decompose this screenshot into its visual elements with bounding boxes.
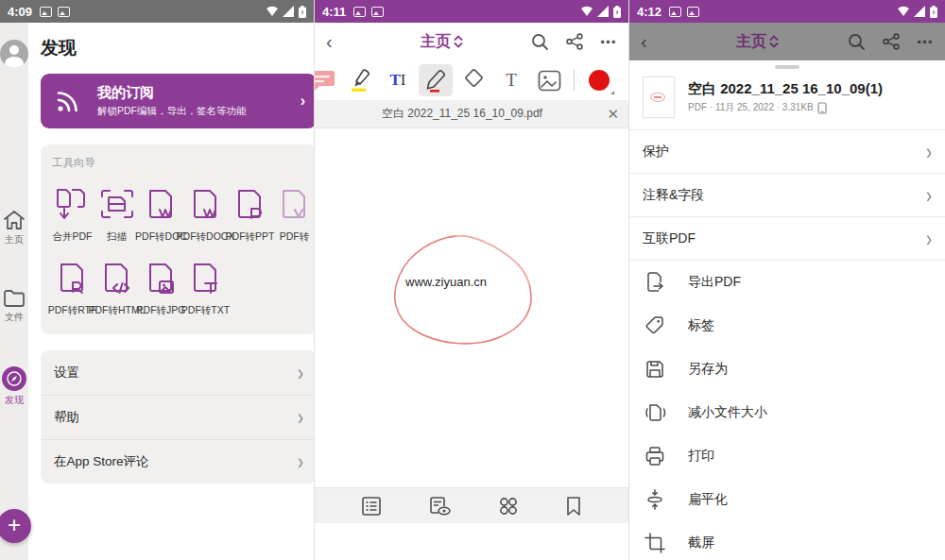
flatten-icon bbox=[644, 489, 665, 510]
menu-item-reduce-file-size[interactable]: 减小文件大小 bbox=[629, 391, 945, 434]
dropdown-corner-icon bbox=[610, 91, 614, 94]
pdf-to-rtf-icon bbox=[54, 261, 92, 297]
tool-pdf-to-docx[interactable]: PDF转DOCX bbox=[183, 187, 228, 244]
menu-item-screenshot[interactable]: 截屏 bbox=[629, 521, 945, 560]
menu-item-print[interactable]: 打印 bbox=[629, 434, 945, 478]
bookmark-icon[interactable] bbox=[565, 496, 582, 517]
pdf-to-jpg-icon bbox=[143, 261, 180, 297]
chevron-right-icon: › bbox=[298, 362, 303, 383]
wifi-icon bbox=[897, 6, 910, 17]
export-pdf-icon bbox=[644, 272, 665, 293]
compass-icon bbox=[7, 371, 22, 386]
image-icon bbox=[538, 70, 561, 92]
signal-icon bbox=[597, 6, 610, 17]
more-options-button[interactable]: ⋯ bbox=[917, 32, 934, 52]
menu-item-connected-pdf[interactable]: 互联PDF › bbox=[629, 217, 945, 261]
document-tab-title[interactable]: 空白 2022_11_25 16_10_09.pdf bbox=[324, 106, 600, 122]
subscription-title: 我的订阅 bbox=[97, 84, 295, 102]
document-thumbnail bbox=[643, 76, 675, 118]
highlighter-icon bbox=[348, 67, 372, 93]
subscription-signal-icon bbox=[52, 85, 84, 117]
eraser-tool[interactable] bbox=[456, 64, 490, 96]
search-icon[interactable] bbox=[531, 33, 549, 51]
add-button[interactable]: + bbox=[0, 509, 31, 543]
battery-icon bbox=[613, 6, 621, 18]
tool-pdf-to-ppt[interactable]: PDF转PPT bbox=[228, 187, 272, 244]
notification-app-icon bbox=[58, 7, 70, 17]
outline-list-icon[interactable] bbox=[361, 496, 382, 517]
home-dropdown[interactable]: 主页 bbox=[352, 32, 531, 52]
chevron-right-icon: › bbox=[298, 450, 303, 472]
text-tool[interactable]: T bbox=[494, 64, 528, 96]
tools-row-1: 合并PDF 扫描 PDF转DOC bbox=[50, 187, 315, 244]
battery-icon bbox=[930, 6, 937, 18]
scan-icon bbox=[98, 187, 136, 223]
back-button[interactable]: ‹ bbox=[326, 31, 352, 53]
pdf-editor-screen: 4:11 ‹ 主页 ⋯ TI bbox=[315, 0, 629, 560]
device-icon bbox=[817, 102, 827, 114]
menu-item-tags[interactable]: 标签 bbox=[629, 304, 945, 348]
status-time: 4:09 bbox=[8, 5, 32, 19]
document-options-sheet: 空白 2022_11_25 16_10_09(1) PDF · 11月 25, … bbox=[629, 65, 945, 560]
document-tab-bar: 空白 2022_11_25 16_10_09.pdf ✕ bbox=[315, 100, 628, 128]
share-icon[interactable] bbox=[883, 33, 900, 50]
toolbar-divider bbox=[574, 70, 575, 91]
menu-item-protect[interactable]: 保护 › bbox=[629, 130, 945, 174]
status-bar: 4:11 bbox=[315, 0, 628, 23]
status-time: 4:12 bbox=[637, 5, 662, 19]
tool-pdf-to-more[interactable]: PDF转 bbox=[272, 187, 315, 244]
sidebar-item-discover[interactable]: 发现 bbox=[2, 366, 26, 407]
chevron-right-icon: › bbox=[926, 141, 932, 162]
pdf-canvas[interactable]: www.ziyuan.cn bbox=[315, 128, 628, 523]
settings-item[interactable]: 设置 › bbox=[41, 350, 315, 395]
notification-image-icon bbox=[40, 7, 52, 17]
tool-pdf-to-jpg[interactable]: PDF转JPG bbox=[139, 261, 183, 317]
home-icon bbox=[3, 210, 26, 230]
comment-bubble-icon bbox=[315, 68, 336, 93]
menu-item-flatten[interactable]: 扁平化 bbox=[629, 478, 945, 521]
tool-pdf-to-html[interactable]: PDF转HTML bbox=[94, 261, 139, 317]
chevron-right-icon: › bbox=[926, 228, 932, 249]
text-insert-tool[interactable]: TI bbox=[381, 64, 415, 96]
document-options-screen: 4:12 ‹ 主页 ⋯ 空白 2022_ bbox=[629, 0, 945, 560]
discover-screen: 4:09 主页 文件 发 bbox=[0, 0, 315, 560]
sidebar-item-files[interactable]: 文件 bbox=[3, 289, 26, 324]
more-options-button[interactable]: ⋯ bbox=[600, 32, 617, 52]
document-title: 空白 2022_11_25 16_10_09(1) bbox=[688, 80, 883, 98]
tools-row-2: PDF转RTF PDF转HTML bbox=[50, 261, 315, 317]
image-tool[interactable] bbox=[532, 64, 566, 96]
search-icon[interactable] bbox=[848, 33, 866, 51]
undo-button[interactable] bbox=[620, 64, 629, 96]
color-swatch-red[interactable] bbox=[582, 64, 616, 96]
comment-tool[interactable] bbox=[315, 64, 339, 96]
tool-scan[interactable]: 扫描 bbox=[94, 187, 139, 244]
chevron-right-icon: › bbox=[926, 184, 932, 206]
home-dropdown[interactable]: 主页 bbox=[667, 32, 848, 52]
status-bar: 4:12 bbox=[629, 0, 945, 23]
chevron-right-icon: › bbox=[301, 93, 307, 110]
avatar[interactable] bbox=[0, 40, 28, 68]
tag-icon bbox=[644, 315, 665, 336]
tools-wizard-card: 工具向导 合并PDF bbox=[41, 144, 315, 334]
close-tab-icon[interactable]: ✕ bbox=[600, 106, 619, 123]
subscription-banner[interactable]: 我的订阅 解锁PDF编辑，导出，签名等功能 › bbox=[41, 74, 315, 128]
save-as-icon bbox=[644, 359, 665, 380]
back-button[interactable]: ‹ bbox=[641, 31, 667, 53]
sidebar-item-home[interactable]: 主页 bbox=[3, 210, 26, 246]
tool-pdf-to-txt[interactable]: PDF转TXT bbox=[183, 261, 228, 317]
review-appstore-item[interactable]: 在App Store评论 › bbox=[41, 439, 315, 484]
share-icon[interactable] bbox=[566, 33, 583, 50]
highlighter-tool[interactable] bbox=[343, 64, 377, 96]
pdf-to-html-icon bbox=[98, 261, 136, 297]
menu-item-save-as[interactable]: 另存为 bbox=[629, 348, 945, 391]
pdf-to-doc-icon bbox=[143, 187, 180, 223]
tool-merge-pdf[interactable]: 合并PDF bbox=[50, 187, 94, 244]
menu-item-annotations-fields[interactable]: 注释&字段 › bbox=[629, 174, 945, 217]
menu-item-export-pdf[interactable]: 导出PDF bbox=[629, 261, 945, 304]
help-item[interactable]: 帮助 › bbox=[41, 395, 315, 439]
sort-chevrons-icon bbox=[454, 35, 463, 48]
notification-app-icon bbox=[371, 7, 384, 17]
view-settings-icon[interactable] bbox=[428, 496, 451, 517]
thumbnail-grid-icon[interactable] bbox=[498, 496, 519, 517]
pencil-tool-selected[interactable] bbox=[419, 64, 453, 96]
